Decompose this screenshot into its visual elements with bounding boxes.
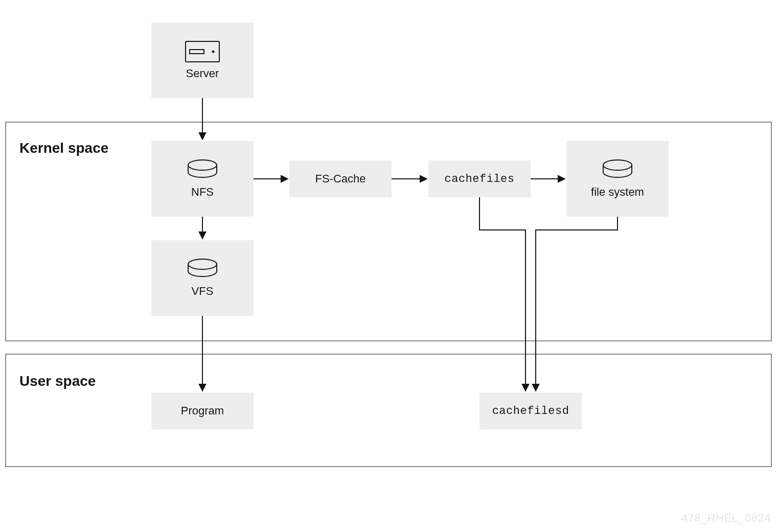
cachefilesd-label: cachefilesd [492, 405, 569, 418]
server-label: Server [186, 67, 219, 80]
disk-icon [601, 159, 634, 181]
cachefiles-node: cachefiles [428, 160, 531, 197]
svg-point-4 [603, 160, 632, 170]
vfs-label: VFS [192, 285, 214, 298]
svg-rect-1 [190, 50, 204, 54]
nfs-node: NFS [151, 141, 254, 217]
cachefilesd-node: cachefilesd [479, 392, 582, 429]
program-node: Program [151, 392, 254, 429]
cachefiles-label: cachefiles [444, 173, 514, 186]
user-space-region [5, 354, 772, 467]
nfs-label: NFS [191, 186, 214, 199]
server-node: Server [151, 22, 254, 98]
disk-icon [186, 258, 219, 281]
filesystem-label: file system [591, 186, 644, 199]
program-label: Program [181, 404, 224, 418]
fscache-node: FS-Cache [289, 160, 392, 197]
svg-point-3 [188, 160, 217, 170]
disk-icon [186, 159, 219, 181]
vfs-node: VFS [151, 240, 254, 316]
server-icon [185, 40, 220, 63]
watermark: 478_RHEL_0824 [681, 512, 771, 525]
user-space-title: User space [19, 373, 96, 389]
fscache-label: FS-Cache [315, 172, 365, 186]
kernel-space-title: Kernel space [19, 140, 108, 156]
filesystem-node: file system [566, 141, 669, 217]
svg-point-5 [188, 259, 217, 269]
svg-point-2 [212, 51, 215, 53]
